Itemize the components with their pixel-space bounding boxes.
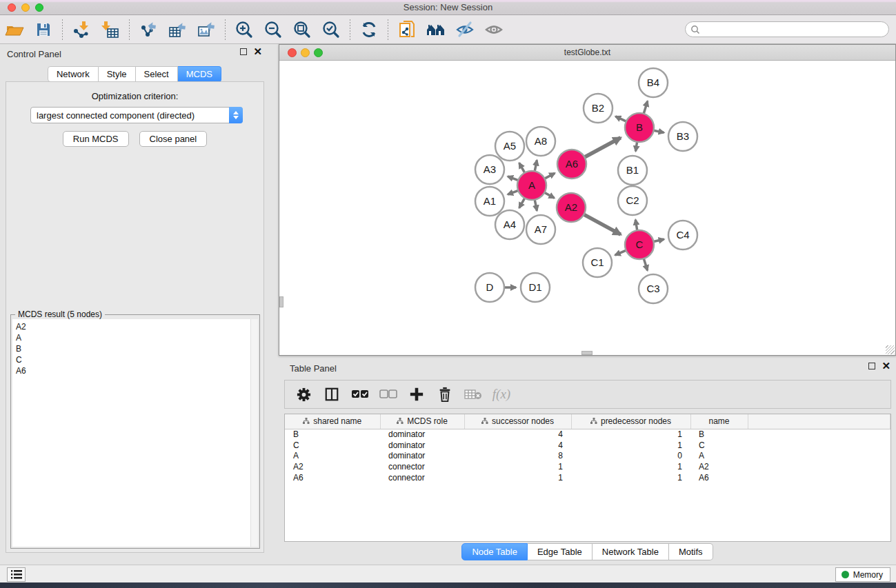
search-input[interactable]: [700, 23, 888, 36]
zoom-in-button[interactable]: [232, 19, 256, 41]
edge-C-C3[interactable]: [644, 258, 647, 270]
network-from-selection-button[interactable]: [395, 19, 419, 41]
select-all-button[interactable]: [351, 385, 369, 403]
column-header[interactable]: successor nodes: [464, 414, 571, 429]
toggle-column-display-button[interactable]: [323, 385, 341, 403]
edge-A-A8[interactable]: [535, 160, 537, 171]
hide-graphics-details-button[interactable]: [453, 19, 477, 41]
tab-select[interactable]: Select: [136, 66, 178, 82]
node-C[interactable]: C: [625, 230, 654, 259]
table-cell[interactable]: 4: [464, 429, 571, 440]
edge-A-A2[interactable]: [544, 192, 554, 198]
first-neighbors-button[interactable]: [424, 19, 448, 41]
tab-edge-table[interactable]: Edge Table: [528, 543, 593, 560]
table-cell[interactable]: 0: [571, 450, 690, 461]
node-A5[interactable]: A5: [495, 132, 524, 161]
edge-B-B4[interactable]: [644, 101, 648, 114]
column-header[interactable]: name: [690, 414, 748, 429]
column-settings-button[interactable]: [295, 385, 312, 403]
table-cell[interactable]: A6: [690, 472, 748, 483]
table-row[interactable]: Cdominator41C: [285, 440, 890, 451]
edge-A-A4[interactable]: [519, 198, 525, 207]
horizontal-scrollbar-thumb[interactable]: [581, 351, 593, 355]
edge-B-B3[interactable]: [654, 130, 664, 132]
edge-A-A5[interactable]: [519, 163, 525, 172]
tab-network[interactable]: Network: [48, 66, 99, 82]
refresh-layout-button[interactable]: [357, 19, 381, 41]
table-cell[interactable]: B: [285, 429, 380, 440]
table-cell[interactable]: 1: [464, 461, 571, 472]
close-panel-button[interactable]: Close panel: [139, 131, 208, 147]
node-A3[interactable]: A3: [475, 155, 504, 184]
function-builder-button[interactable]: f(x): [492, 385, 510, 403]
task-history-button[interactable]: [7, 567, 26, 582]
tab-node-table[interactable]: Node Table: [461, 543, 528, 560]
result-item[interactable]: A6: [16, 365, 250, 376]
edge-A6-B[interactable]: [584, 138, 620, 157]
node-B4[interactable]: B4: [639, 68, 668, 97]
close-panel-icon[interactable]: ✕: [882, 363, 890, 369]
node-C1[interactable]: C1: [583, 248, 612, 277]
node-C2[interactable]: C2: [618, 186, 647, 215]
table-cell[interactable]: B: [690, 429, 748, 440]
import-table-button[interactable]: [99, 19, 122, 41]
table-row[interactable]: Adominator80A: [285, 450, 890, 461]
zoom-out-button[interactable]: [261, 19, 285, 41]
node-C4[interactable]: C4: [668, 221, 697, 250]
edge-A-A1[interactable]: [508, 190, 518, 194]
show-graphics-details-button[interactable]: [482, 19, 506, 41]
table-cell[interactable]: A6: [285, 472, 380, 483]
result-scrollbar[interactable]: [250, 319, 258, 547]
delete-column-button[interactable]: [436, 385, 454, 403]
run-mcds-button[interactable]: Run MCDS: [63, 131, 129, 147]
node-A[interactable]: A: [517, 171, 546, 200]
edge-B-B2[interactable]: [615, 116, 626, 121]
export-image-button[interactable]: [195, 19, 218, 41]
column-header[interactable]: predecessor nodes: [571, 414, 690, 429]
float-panel-icon[interactable]: [240, 48, 247, 55]
node-B[interactable]: B: [625, 113, 654, 142]
node-D[interactable]: D: [475, 273, 504, 302]
edge-A2-C[interactable]: [584, 214, 620, 234]
table-cell[interactable]: 1: [571, 440, 690, 451]
node-B2[interactable]: B2: [584, 94, 613, 123]
node-B1[interactable]: B1: [618, 156, 647, 185]
column-header[interactable]: MCDS role: [380, 414, 464, 429]
edge-A-A3[interactable]: [508, 176, 518, 181]
vertical-scrollbar-thumb[interactable]: [279, 296, 283, 307]
table-cell[interactable]: 1: [571, 461, 690, 472]
tab-network-table[interactable]: Network Table: [593, 543, 669, 560]
delete-table-button[interactable]: [464, 385, 482, 403]
result-item[interactable]: B: [16, 343, 250, 354]
node-D1[interactable]: D1: [521, 273, 550, 302]
column-header[interactable]: shared name: [285, 414, 380, 429]
table-cell[interactable]: 1: [571, 472, 690, 483]
table-cell[interactable]: dominator: [380, 450, 464, 461]
table-cell[interactable]: A2: [690, 461, 748, 472]
node-A6[interactable]: A6: [557, 150, 586, 179]
fit-content-button[interactable]: [290, 19, 314, 41]
edge-B-B1[interactable]: [635, 142, 637, 152]
table-cell[interactable]: A2: [285, 461, 380, 472]
float-panel-icon[interactable]: [868, 363, 875, 369]
import-network-button[interactable]: [70, 19, 93, 41]
tab-motifs[interactable]: Motifs: [669, 543, 713, 560]
memory-button[interactable]: Memory: [835, 567, 890, 582]
node-A7[interactable]: A7: [526, 215, 555, 244]
table-cell[interactable]: dominator: [380, 440, 464, 451]
network-window-titlebar[interactable]: testGlobe.txt: [279, 45, 895, 61]
table-cell[interactable]: 1: [571, 429, 690, 440]
result-item[interactable]: A: [16, 332, 250, 343]
export-table-button[interactable]: [166, 19, 189, 41]
tab-style[interactable]: Style: [99, 66, 136, 82]
table-cell[interactable]: A: [690, 450, 748, 461]
edge-C-C4[interactable]: [653, 239, 664, 241]
edge-C-C1[interactable]: [615, 250, 626, 255]
resize-grip[interactable]: [886, 345, 895, 354]
table-row[interactable]: A6connector11A6: [285, 472, 890, 483]
result-item[interactable]: C: [16, 354, 250, 365]
table-cell[interactable]: 4: [464, 440, 571, 451]
edge-A-A7[interactable]: [535, 200, 537, 211]
table-cell[interactable]: C: [285, 440, 380, 451]
zoom-selected-button[interactable]: [319, 19, 343, 41]
